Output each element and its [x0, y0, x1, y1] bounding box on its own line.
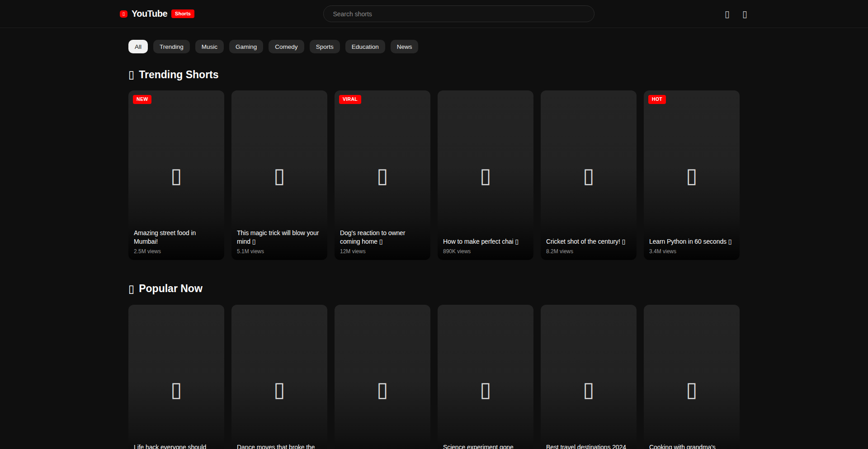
play-placeholder-icon: ▯ — [377, 165, 388, 186]
status-badge: HOT — [648, 95, 666, 104]
short-title: Cricket shot of the century! ▯ — [546, 237, 631, 246]
card-overlay: Science experiment gone — [438, 439, 533, 449]
card-overlay: Cricket shot of the century! ▯8.2M views — [541, 233, 637, 260]
filter-chip-education[interactable]: Education — [345, 40, 385, 53]
short-card[interactable]: ▯This magic trick will blow your mind ▯5… — [231, 90, 327, 260]
short-card[interactable]: ▯Best travel destinations 2024 — [541, 305, 637, 449]
category-filter-bar: AllTrendingMusicGamingComedySportsEducat… — [128, 40, 740, 53]
play-placeholder-icon: ▯ — [583, 165, 594, 186]
filter-chip-gaming[interactable]: Gaming — [229, 40, 263, 53]
profile-icon: ▯ — [742, 9, 747, 19]
shorts-badge: Shorts — [171, 9, 194, 18]
play-placeholder-icon: ▯ — [686, 165, 697, 186]
short-title: Dance moves that broke the — [237, 443, 322, 449]
card-overlay: How to make perfect chai ▯890K views — [438, 233, 533, 260]
short-title: Science experiment gone — [443, 443, 528, 449]
card-overlay: This magic trick will blow your mind ▯5.… — [231, 224, 327, 260]
filter-chip-news[interactable]: News — [391, 40, 419, 53]
play-placeholder-icon: ▯ — [274, 165, 285, 186]
card-overlay: Dog's reaction to owner coming home ▯12M… — [335, 224, 430, 260]
short-card[interactable]: ▯Science experiment gone — [438, 305, 533, 449]
short-card[interactable]: ▯Life hack everyone should — [128, 305, 224, 449]
short-title: How to make perfect chai ▯ — [443, 237, 528, 246]
short-title: This magic trick will blow your mind ▯ — [237, 229, 322, 246]
filter-chip-comedy[interactable]: Comedy — [269, 40, 304, 53]
short-views: 890K views — [443, 248, 528, 255]
filter-chip-music[interactable]: Music — [195, 40, 224, 53]
app-header: ▯ YouTube Shorts ▯ ▯ — [0, 0, 868, 28]
short-title: Learn Python in 60 seconds ▯ — [649, 237, 734, 246]
brand-title: YouTube — [132, 9, 167, 19]
play-placeholder-icon: ▯ — [170, 165, 182, 186]
short-card[interactable]: ▯Dance moves that broke the — [231, 305, 327, 449]
section-header: ▯Popular Now — [128, 283, 740, 294]
notifications-button[interactable]: ▯ — [724, 9, 731, 19]
header-actions: ▯ ▯ — [724, 9, 748, 19]
card-overlay — [335, 439, 430, 449]
section: ▯Trending ShortsNEW▯Amazing street food … — [128, 69, 740, 260]
short-title: Amazing street food in Mumbai! — [134, 229, 219, 246]
header-inner: ▯ YouTube Shorts ▯ ▯ — [120, 0, 748, 28]
short-card[interactable]: ▯ — [335, 305, 430, 449]
card-overlay: Amazing street food in Mumbai!2.5M views — [128, 224, 224, 260]
card-overlay: Best travel destinations 2024 — [541, 439, 637, 449]
short-title: Best travel destinations 2024 — [546, 443, 631, 449]
filter-chip-sports[interactable]: Sports — [310, 40, 340, 53]
search-input[interactable] — [323, 5, 594, 22]
play-placeholder-icon: ▯ — [686, 379, 697, 400]
play-placeholder-icon: ▯ — [377, 379, 388, 400]
play-placeholder-icon: ▯ — [480, 379, 491, 400]
play-placeholder-icon: ▯ — [170, 379, 182, 400]
youtube-logo[interactable]: ▯ YouTube Shorts — [120, 9, 194, 19]
filter-chip-all[interactable]: All — [128, 40, 148, 53]
short-views: 8.2M views — [546, 248, 631, 255]
play-logo-icon: ▯ — [120, 10, 127, 18]
play-placeholder-icon: ▯ — [274, 379, 285, 400]
section-header: ▯Trending Shorts — [128, 69, 740, 80]
shorts-grid: NEW▯Amazing street food in Mumbai!2.5M v… — [128, 90, 740, 260]
section-title: Popular Now — [139, 283, 203, 294]
filter-chip-trending[interactable]: Trending — [153, 40, 190, 53]
card-overlay: Learn Python in 60 seconds ▯3.4M views — [644, 233, 740, 260]
main-content: AllTrendingMusicGamingComedySportsEducat… — [128, 40, 740, 449]
short-card[interactable]: ▯How to make perfect chai ▯890K views — [438, 90, 533, 260]
search-area — [194, 5, 724, 22]
short-views: 3.4M views — [649, 248, 734, 255]
short-card[interactable]: NEW▯Amazing street food in Mumbai!2.5M v… — [128, 90, 224, 260]
card-overlay: Dance moves that broke the — [231, 439, 327, 449]
short-views: 2.5M views — [134, 248, 219, 255]
card-overlay: Life hack everyone should — [128, 439, 224, 449]
short-title: Life hack everyone should — [134, 443, 219, 449]
short-title — [340, 443, 425, 449]
status-badge: VIRAL — [339, 95, 361, 104]
short-views: 5.1M views — [237, 248, 322, 255]
short-title: Cooking with grandma's — [649, 443, 734, 449]
short-title: Dog's reaction to owner coming home ▯ — [340, 229, 425, 246]
section: ▯Popular Now▯Life hack everyone should▯D… — [128, 283, 740, 449]
play-placeholder-icon: ▯ — [583, 379, 594, 400]
profile-button[interactable]: ▯ — [741, 9, 748, 19]
notifications-icon: ▯ — [725, 9, 730, 19]
section-title: Trending Shorts — [139, 69, 218, 80]
short-card[interactable]: VIRAL▯Dog's reaction to owner coming hom… — [335, 90, 430, 260]
shorts-grid: ▯Life hack everyone should▯Dance moves t… — [128, 305, 740, 449]
sections-root: ▯Trending ShortsNEW▯Amazing street food … — [128, 69, 740, 449]
status-badge: NEW — [133, 95, 151, 104]
short-card[interactable]: ▯Cricket shot of the century! ▯8.2M view… — [541, 90, 637, 260]
card-overlay: Cooking with grandma's — [644, 439, 740, 449]
short-views: 12M views — [340, 248, 425, 255]
section-emoji-icon: ▯ — [128, 69, 134, 80]
section-emoji-icon: ▯ — [128, 284, 134, 294]
missing-glyph-icon: ▯ — [123, 12, 125, 16]
short-card[interactable]: ▯Cooking with grandma's — [644, 305, 740, 449]
play-placeholder-icon: ▯ — [480, 165, 491, 186]
short-card[interactable]: HOT▯Learn Python in 60 seconds ▯3.4M vie… — [644, 90, 740, 260]
